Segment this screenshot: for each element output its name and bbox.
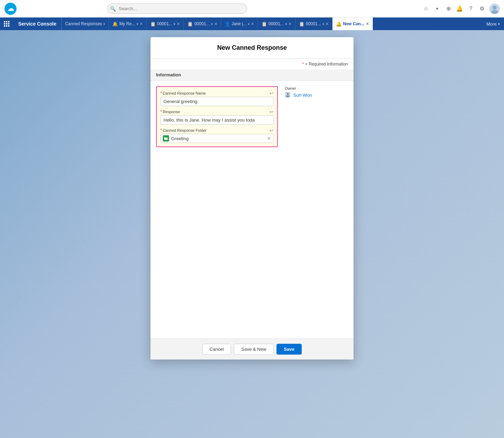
- tab-more-chevron-icon: ▾: [498, 22, 500, 26]
- svg-rect-7: [8, 21, 9, 22]
- required-text: = Required Information: [305, 62, 348, 67]
- form-left: * Canned Response Name ↩ *: [156, 86, 278, 147]
- tab-contact-icon: 👤: [225, 21, 230, 27]
- salesforce-logo[interactable]: ☁: [4, 2, 17, 15]
- tab-more-label: More: [486, 21, 497, 27]
- tab-close-my-re[interactable]: ✕: [140, 22, 143, 26]
- new-canned-response-modal: New Canned Response * = Required Informa…: [150, 37, 354, 360]
- tab-canned-responses-label: Canned Responses: [65, 21, 102, 26]
- svg-rect-10: [8, 23, 9, 25]
- required-star: *: [302, 62, 304, 67]
- canned-response-name-input[interactable]: [160, 97, 274, 106]
- tab-new-can-label: New Can...: [343, 21, 364, 26]
- svg-rect-11: [4, 25, 5, 27]
- undo-response-icon[interactable]: ↩: [270, 109, 274, 115]
- folder-label-row: * Canned Response Folder ↩: [160, 128, 274, 133]
- undo-folder-icon[interactable]: ↩: [270, 128, 274, 133]
- search-container: 🔍: [107, 4, 247, 14]
- tab-case-icon-4: 📋: [299, 21, 304, 27]
- tab-canned-responses[interactable]: Canned Responses ▾: [62, 18, 109, 30]
- tab-00001-3[interactable]: 📋 00001... ▾ ✕: [258, 18, 295, 30]
- tab-new-bell-icon: 🔔: [336, 21, 342, 27]
- tab-close-00001-4[interactable]: ✕: [326, 22, 329, 26]
- save-new-button[interactable]: Save & New: [234, 344, 274, 355]
- folder-selector[interactable]: Greeting ✕: [160, 134, 274, 143]
- tab-chevron-icon-7: ▾: [322, 22, 324, 26]
- add-tab-icon[interactable]: ⊕: [444, 5, 452, 13]
- tab-case-icon-2: 📋: [187, 21, 193, 27]
- tab-jane-label: Jane |...: [232, 21, 246, 26]
- modal-footer: Cancel Save & New Save: [150, 338, 354, 360]
- dropdown-arrow-icon[interactable]: ▼: [433, 5, 441, 13]
- star-icon[interactable]: ☆: [422, 5, 430, 13]
- tab-close-00001-2[interactable]: ✕: [214, 22, 217, 26]
- tab-chevron-icon-3: ▾: [174, 22, 175, 26]
- tab-chevron-icon-4: ▾: [211, 22, 213, 26]
- tab-new-canned[interactable]: 🔔 New Can... ✕: [332, 18, 373, 30]
- tab-chevron-icon-6: ▾: [285, 22, 287, 26]
- folder-type-icon: [163, 135, 169, 142]
- nav-right-icons: ☆ ▼ ⊕ 🔔 ? ⚙: [422, 4, 500, 14]
- form-area: * Canned Response Name ↩ *: [150, 81, 354, 153]
- service-console-label[interactable]: Service Console: [13, 18, 62, 30]
- tab-close-00001-1[interactable]: ✕: [177, 22, 180, 26]
- cancel-button[interactable]: Cancel: [202, 344, 231, 355]
- save-button[interactable]: Save: [276, 344, 302, 355]
- response-input[interactable]: [160, 115, 274, 125]
- required-fields-group: * Canned Response Name ↩ *: [156, 86, 278, 147]
- help-icon[interactable]: ?: [467, 5, 475, 13]
- content-area: New Canned Response * = Required Informa…: [0, 30, 504, 438]
- svg-rect-13: [8, 25, 9, 27]
- search-input[interactable]: [107, 4, 247, 14]
- required-marker-name: *: [160, 91, 162, 96]
- canned-response-name-label: Canned Response Name: [163, 91, 206, 95]
- tab-00001-4-label: 00001...: [306, 21, 321, 26]
- modal-header: New Canned Response: [150, 37, 354, 59]
- tab-close-00001-3[interactable]: ✕: [288, 22, 292, 26]
- navigation-bar: ☁ 🔍 ☆ ▼ ⊕ 🔔 ? ⚙: [0, 0, 504, 18]
- notification-icon[interactable]: 🔔: [456, 5, 463, 13]
- tab-00001-2[interactable]: 📋 00001... ▾ ✕: [184, 18, 221, 30]
- svg-rect-8: [4, 23, 5, 25]
- tab-00001-1[interactable]: 📋 00001... ▾ ✕: [147, 18, 184, 30]
- folder-clear-icon[interactable]: ✕: [267, 136, 271, 141]
- svg-text:☁: ☁: [7, 5, 14, 12]
- tab-00001-3-label: 00001...: [268, 21, 284, 26]
- modal-title: New Canned Response: [158, 44, 346, 52]
- svg-point-15: [287, 93, 289, 95]
- tab-00001-1-label: 00001...: [157, 21, 172, 26]
- tab-close-jane[interactable]: ✕: [251, 22, 254, 26]
- canned-response-name-label-row: * Canned Response Name ↩: [160, 90, 274, 96]
- tab-bar: Service Console Canned Responses ▾ 🔔 My …: [0, 18, 504, 30]
- owner-name: Suh Won: [293, 93, 312, 98]
- avatar[interactable]: [489, 4, 500, 14]
- required-marker-response: *: [160, 109, 162, 114]
- settings-icon[interactable]: ⚙: [478, 5, 486, 13]
- svg-rect-12: [6, 25, 7, 27]
- svg-rect-9: [6, 23, 7, 25]
- tab-case-icon-3: 📋: [261, 21, 267, 27]
- canned-response-name-field: * Canned Response Name ↩: [160, 90, 274, 106]
- required-notice: * = Required Information: [150, 59, 354, 69]
- tab-close-new-can[interactable]: ✕: [366, 22, 369, 26]
- owner-value: Suh Won: [285, 92, 348, 98]
- svg-rect-5: [4, 21, 5, 22]
- undo-name-icon[interactable]: ↩: [270, 90, 274, 96]
- tab-00001-2-label: 00001...: [194, 21, 209, 26]
- folder-value: Greeting: [171, 136, 265, 141]
- app-launcher-button[interactable]: [0, 18, 13, 30]
- tab-more-button[interactable]: More ▾: [482, 18, 504, 30]
- modal-body: * = Required Information Information: [150, 59, 354, 338]
- tab-bell-icon: 🔔: [112, 21, 118, 27]
- tab-my-re[interactable]: 🔔 My Re... ▾ ✕: [109, 18, 147, 30]
- tab-jane[interactable]: 👤 Jane |... ▾ ✕: [221, 18, 258, 30]
- search-icon: 🔍: [110, 6, 116, 12]
- section-information: Information: [150, 69, 354, 81]
- tab-case-icon-1: 📋: [150, 21, 156, 27]
- tab-00001-4[interactable]: 📋 00001... ▾ ✕: [295, 18, 332, 30]
- svg-point-3: [492, 5, 497, 9]
- required-marker-folder: *: [160, 128, 162, 133]
- tab-chevron-icon-5: ▾: [248, 22, 250, 26]
- svg-point-16: [286, 95, 289, 97]
- response-label-row: * Response ↩: [160, 109, 274, 115]
